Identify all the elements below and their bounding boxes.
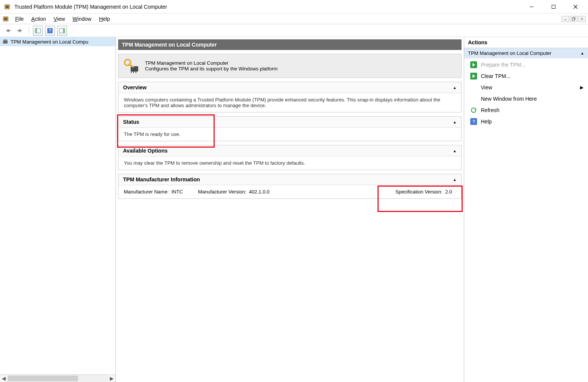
section-options-title: Available Options <box>123 148 168 154</box>
submenu-arrow-icon: ▶ <box>580 85 583 90</box>
section-manufacturer-header[interactable]: TPM Manufacturer Information ▲ <box>119 174 461 185</box>
toolbar-separator <box>29 27 29 35</box>
section-overview-title: Overview <box>123 84 147 90</box>
section-overview-body: Windows computers containing a Trusted P… <box>119 93 461 112</box>
collapse-icon: ▲ <box>580 51 584 55</box>
manufacturer-version: Manufacturer Version: 402.1.0.0 <box>198 189 270 195</box>
window-title: Trusted Platform Module (TPM) Management… <box>14 4 521 10</box>
intro-description: Configures the TPM and its support by th… <box>145 66 278 72</box>
action-label: Help <box>481 118 492 125</box>
section-status: Status ▲ The TPM is ready for use. <box>118 116 462 141</box>
toolbar: ? <box>0 24 588 37</box>
spec-version-value: 2.0 <box>445 189 452 195</box>
toolbar-show-hide-action-button[interactable] <box>57 26 67 36</box>
section-status-header[interactable]: Status ▲ <box>119 117 461 128</box>
intro-title: TPM Management on Local Computer <box>145 60 278 66</box>
tree-item-label: TPM Management on Local Compu <box>11 39 88 45</box>
toolbar-help-button[interactable]: ? <box>45 26 55 36</box>
workspace: TPM Management on Local Compu ◀ ▶ TPM Ma… <box>0 37 588 382</box>
tpm-node-icon <box>2 39 8 45</box>
manufacturer-name: Manufacturer Name: INTC <box>124 189 183 195</box>
svg-rect-3 <box>552 5 555 8</box>
action-view[interactable]: View ▶ <box>464 82 588 93</box>
section-overview-header[interactable]: Overview ▲ <box>119 82 461 93</box>
mdi-controls <box>561 16 586 22</box>
toolbar-show-hide-tree-button[interactable] <box>33 26 43 36</box>
window-maximize-button[interactable] <box>543 0 565 13</box>
menu-window[interactable]: Window <box>70 15 95 23</box>
spacer-icon <box>470 95 477 102</box>
collapse-icon: ▲ <box>453 149 457 153</box>
scroll-thumb[interactable] <box>8 376 78 381</box>
mdi-close-button[interactable] <box>578 16 586 22</box>
actions-pane: Actions TPM Management on Local Computer… <box>464 37 588 382</box>
refresh-icon <box>470 107 477 114</box>
section-status-title: Status <box>123 119 139 125</box>
key-chip-icon <box>124 58 140 74</box>
actions-context-header[interactable]: TPM Management on Local Computer ▲ <box>464 48 588 58</box>
actions-pane-title: Actions <box>464 37 588 48</box>
action-clear-tpm[interactable]: Clear TPM... <box>464 70 588 82</box>
svg-point-32 <box>471 108 476 112</box>
section-manufacturer-title: TPM Manufacturer Information <box>123 176 200 182</box>
svg-rect-13 <box>8 30 11 31</box>
app-icon <box>4 3 11 10</box>
menu-file[interactable]: File <box>12 15 27 23</box>
specification-version: Specification Version: 2.0 <box>395 189 456 195</box>
action-prepare-tpm[interactable]: Prepare the TPM... <box>464 59 588 70</box>
collapse-icon: ▲ <box>453 178 457 182</box>
manufacturer-version-label: Manufacturer Version: <box>198 189 246 195</box>
section-overview: Overview ▲ Windows computers containing … <box>118 82 462 112</box>
actions-list: Prepare the TPM... Clear TPM... View ▶ N… <box>464 58 588 128</box>
tree-horizontal-scrollbar[interactable]: ◀ ▶ <box>0 374 115 382</box>
action-help[interactable]: ? Help <box>464 116 588 127</box>
action-refresh[interactable]: Refresh <box>464 104 588 116</box>
manufacturer-version-value: 402.1.0.0 <box>249 189 270 195</box>
window-close-button[interactable] <box>565 0 586 13</box>
action-label: View <box>481 84 492 90</box>
mdi-minimize-button[interactable] <box>561 16 569 22</box>
collapse-icon: ▲ <box>453 86 457 90</box>
scroll-left-button[interactable]: ◀ <box>0 375 8 382</box>
scroll-right-button[interactable]: ▶ <box>108 375 115 382</box>
svg-rect-14 <box>17 30 20 31</box>
svg-rect-7 <box>4 18 7 20</box>
arrow-right-green-icon <box>470 61 477 68</box>
svg-text:?: ? <box>49 28 51 33</box>
details-header: TPM Management on Local Computer <box>118 39 462 50</box>
scroll-track[interactable] <box>8 375 108 382</box>
help-icon: ? <box>470 118 477 125</box>
spacer-icon <box>470 84 477 91</box>
manufacturer-info-row: Manufacturer Name: INTC Manufacturer Ver… <box>119 185 461 198</box>
title-bar: Trusted Platform Module (TPM) Management… <box>0 0 588 14</box>
menu-help[interactable]: Help <box>96 15 113 23</box>
arrow-right-green-icon <box>470 73 477 80</box>
tree-pane: TPM Management on Local Compu ◀ ▶ <box>0 37 116 382</box>
toolbar-back-button[interactable] <box>3 26 13 36</box>
action-label: Prepare the TPM... <box>481 62 526 68</box>
svg-rect-24 <box>131 66 138 72</box>
svg-rect-10 <box>572 18 574 20</box>
console-tree[interactable]: TPM Management on Local Compu <box>0 37 115 374</box>
svg-rect-20 <box>63 28 65 33</box>
collapse-icon: ▲ <box>453 120 457 124</box>
window-minimize-button[interactable] <box>521 0 543 13</box>
toolbar-forward-button[interactable] <box>15 26 25 36</box>
action-new-window[interactable]: New Window from Here <box>464 93 588 104</box>
tree-item-tpm-management[interactable]: TPM Management on Local Compu <box>0 37 115 46</box>
manufacturer-name-value: INTC <box>172 189 183 195</box>
section-status-body: The TPM is ready for use. <box>119 128 461 141</box>
details-pane: TPM Management on Local Computer TPM Man… <box>116 37 464 382</box>
spec-version-label: Specification Version: <box>395 189 442 195</box>
svg-rect-16 <box>35 28 37 33</box>
menu-action[interactable]: Action <box>28 15 49 23</box>
svg-text:?: ? <box>472 119 475 125</box>
svg-rect-1 <box>6 6 9 8</box>
svg-rect-22 <box>4 39 5 41</box>
mmc-icon <box>2 16 9 22</box>
mdi-restore-button[interactable] <box>570 16 577 22</box>
intro-banner: TPM Management on Local Computer Configu… <box>118 54 462 78</box>
section-options-header[interactable]: Available Options ▲ <box>119 145 461 156</box>
actions-context-label: TPM Management on Local Computer <box>468 50 551 56</box>
menu-view[interactable]: View <box>51 15 68 23</box>
